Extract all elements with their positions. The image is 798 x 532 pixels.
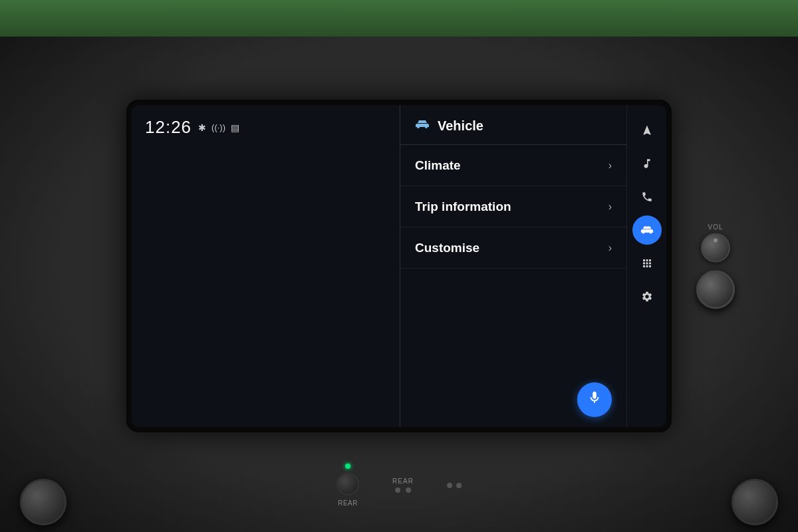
main-knob[interactable] <box>696 271 735 309</box>
left-knob[interactable] <box>20 479 66 525</box>
vol-knob[interactable] <box>701 233 730 263</box>
screen: 12:26 ✱ ((·)) ▤ <box>132 105 666 427</box>
phone-sidebar-icon[interactable] <box>632 182 662 211</box>
vol-knob-indicator <box>714 239 718 243</box>
menu-header: Vehicle <box>400 105 626 145</box>
voice-area <box>400 372 626 427</box>
trip-information-chevron: › <box>608 201 612 213</box>
status-bar: 12:26 ✱ ((·)) ▤ <box>145 117 386 138</box>
menu-item-customise[interactable]: Customise › <box>400 227 626 269</box>
customise-chevron: › <box>608 242 612 254</box>
bluetooth-icon: ✱ <box>198 122 206 133</box>
climate-label: Climate <box>415 158 461 173</box>
vehicle-sidebar-icon[interactable] <box>632 215 662 245</box>
status-icons: ✱ ((·)) ▤ <box>198 122 239 133</box>
right-panel: Vehicle Climate › Trip information › Cus… <box>400 105 626 427</box>
right-knob[interactable] <box>732 479 778 525</box>
signal-icon: ▤ <box>231 122 239 133</box>
menu-title: Vehicle <box>438 118 612 134</box>
wifi-icon: ((·)) <box>211 122 225 132</box>
customise-label: Customise <box>415 241 479 255</box>
navigation-sidebar-icon[interactable] <box>632 116 662 145</box>
sidebar <box>626 105 666 427</box>
apps-sidebar-icon[interactable] <box>632 249 662 278</box>
rear-label: REAR <box>338 499 358 507</box>
microphone-icon <box>587 390 602 409</box>
music-sidebar-icon[interactable] <box>632 149 662 178</box>
rear-power-button[interactable] <box>336 473 359 495</box>
vehicle-header-icon <box>415 119 430 133</box>
climate-chevron: › <box>608 160 612 172</box>
left-panel: 12:26 ✱ ((·)) ▤ <box>132 105 400 427</box>
car-interior-top <box>0 0 798 37</box>
settings-sidebar-icon[interactable] <box>632 282 662 311</box>
clock: 12:26 <box>145 117 192 138</box>
indicator-dot-4 <box>456 483 462 488</box>
power-indicator-light <box>345 464 350 469</box>
rear-text: REAR <box>392 477 414 485</box>
voice-button[interactable] <box>577 382 612 417</box>
screen-bezel: 12:26 ✱ ((·)) ▤ <box>126 100 672 432</box>
menu-item-trip-information[interactable]: Trip information › <box>400 186 626 227</box>
indicator-dot-1 <box>395 487 400 493</box>
indicator-dot-3 <box>447 483 452 488</box>
menu-item-climate[interactable]: Climate › <box>400 145 626 186</box>
indicator-dot-2 <box>406 487 411 493</box>
menu-items: Climate › Trip information › Customise › <box>400 145 626 372</box>
car-bezel: 12:26 ✱ ((·)) ▤ <box>0 0 798 532</box>
trip-information-label: Trip information <box>415 200 511 214</box>
vol-label: VOL <box>708 223 723 231</box>
